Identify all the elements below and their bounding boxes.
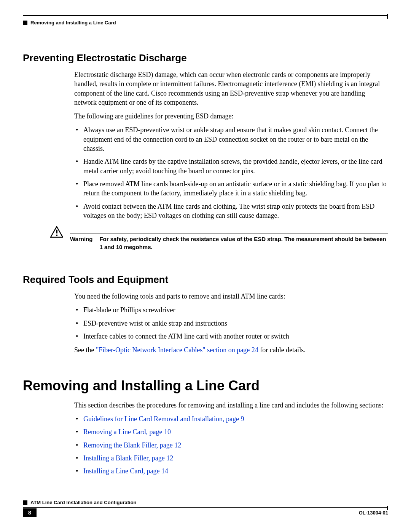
tools-paragraph-1: You need the following tools and parts t… — [74, 292, 388, 301]
esd-bullet: Place removed ATM line cards board-side-… — [74, 179, 388, 198]
main-link-item: Installing a Line Card, page 14 — [74, 466, 388, 476]
warning-rule — [70, 233, 388, 233]
main-link-item: Installing a Blank Filler, page 12 — [74, 454, 388, 463]
main-link-item: Removing a Line Card, page 10 — [74, 427, 388, 436]
warning-label: Warning — [70, 235, 92, 251]
page-footer: ATM Line Card Installation and Configura… — [23, 500, 388, 517]
tools-bullet-list: Flat-blade or Phillips screwdriver ESD-p… — [74, 305, 388, 341]
esd-bullet: Handle ATM line cards by the captive ins… — [74, 157, 388, 176]
section-link[interactable]: Removing the Blank Filler, page 12 — [83, 441, 181, 449]
main-paragraph-1: This section describes the procedures fo… — [74, 401, 388, 410]
heading-tools: Required Tools and Equipment — [23, 274, 388, 286]
warning-icon — [50, 226, 63, 239]
doc-id: OL-13004-01 — [359, 510, 388, 516]
esd-bullet-list: Always use an ESD-preventive wrist or an… — [74, 125, 388, 220]
warning-text: For safety, periodically check the resis… — [99, 235, 388, 251]
see-prefix: See the — [74, 346, 96, 354]
heading-main: Removing and Installing a Line Card — [23, 378, 388, 394]
main-link-item: Guidelines for Line Card Removal and Ins… — [74, 414, 388, 423]
section-link[interactable]: Installing a Line Card, page 14 — [83, 467, 168, 475]
esd-bullet: Always use an ESD-preventive wrist or an… — [74, 125, 388, 153]
esd-bullet: Avoid contact between the ATM line cards… — [74, 202, 388, 220]
running-header: Removing and Installing a Line Card — [23, 20, 388, 26]
heading-esd: Preventing Electrostatic Discharge — [23, 52, 388, 64]
footer-doc-title: ATM Line Card Installation and Configura… — [30, 500, 137, 505]
warning-block: Warning For safety, periodically check t… — [50, 225, 388, 251]
section-link[interactable]: Removing a Line Card, page 10 — [83, 428, 171, 436]
svg-rect-2 — [56, 235, 57, 236]
tools-see-also: See the "Fiber-Optic Network Interface C… — [74, 345, 388, 355]
footer-marker-square — [23, 500, 27, 505]
header-rule — [23, 15, 388, 16]
svg-rect-1 — [56, 230, 57, 233]
tools-bullet: Flat-blade or Phillips screwdriver — [74, 305, 388, 315]
page-number: 8 — [23, 508, 37, 517]
tools-bullet: Interface cables to connect the ATM line… — [74, 332, 388, 341]
header-marker-square — [23, 21, 27, 25]
section-link[interactable]: Installing a Blank Filler, page 12 — [83, 454, 173, 462]
tools-body: You need the following tools and parts t… — [74, 292, 388, 355]
fiber-optic-link[interactable]: "Fiber-Optic Network Interface Cables" s… — [96, 346, 258, 354]
main-link-item: Removing the Blank Filler, page 12 — [74, 441, 388, 450]
footer-rule — [23, 507, 388, 508]
esd-paragraph-1: Electrostatic discharge ESD) damage, whi… — [74, 70, 388, 107]
main-link-list: Guidelines for Line Card Removal and Ins… — [74, 414, 388, 476]
tools-bullet: ESD-preventive wrist or ankle strap and … — [74, 319, 388, 328]
esd-body: Electrostatic discharge ESD) damage, whi… — [74, 70, 388, 220]
main-body: This section describes the procedures fo… — [74, 401, 388, 476]
see-suffix: for cable details. — [258, 346, 306, 354]
header-edge-marker — [387, 14, 388, 19]
header-chapter-title: Removing and Installing a Line Card — [30, 20, 116, 26]
esd-paragraph-2: The following are guidelines for prevent… — [74, 112, 388, 121]
section-link[interactable]: Guidelines for Line Card Removal and Ins… — [83, 415, 244, 423]
